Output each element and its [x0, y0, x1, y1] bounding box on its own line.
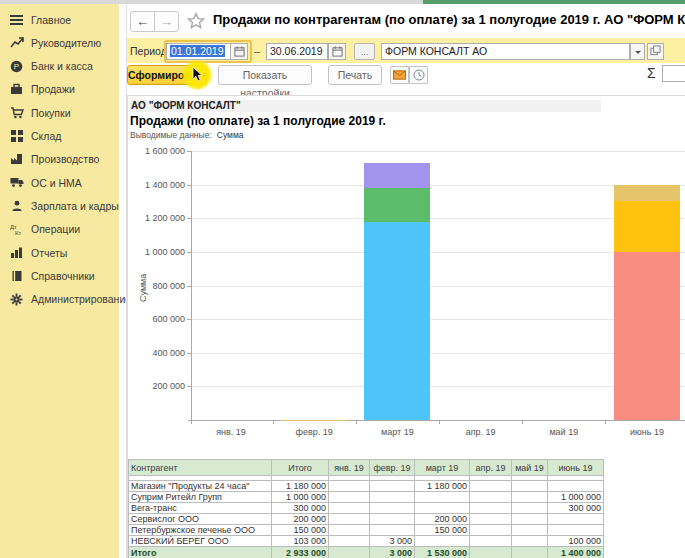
favorite-star-icon[interactable]: [187, 12, 205, 30]
table-cell: 300 000: [272, 503, 329, 514]
sidebar-item-3[interactable]: PБанк и касса: [0, 56, 119, 77]
show-settings-button[interactable]: Показать настройки: [218, 65, 312, 85]
table-cell: [548, 481, 604, 492]
sidebar-item-2[interactable]: Руководителю: [0, 32, 119, 53]
table-cell: [370, 525, 415, 536]
grid-icon: [9, 129, 24, 144]
mail-icon[interactable]: [390, 66, 409, 84]
table-row: Сервислог ООО200 000200 000: [129, 514, 604, 525]
sidebar-item-4[interactable]: Продажи: [0, 79, 119, 100]
x-category-label: февр. 19: [281, 427, 347, 437]
table-cell: 200 000: [415, 514, 470, 525]
back-button[interactable]: ←: [130, 11, 155, 32]
bar-segment: [364, 188, 430, 222]
table-header-cell: май 19: [512, 460, 548, 476]
period-to-input[interactable]: 30.06.2019: [266, 43, 328, 60]
sidebar-item-label: Банк и касса: [31, 60, 93, 72]
table-row: Магазин "Продукты 24 часа"1 180 0001 180…: [129, 481, 604, 492]
barchart-icon: [9, 245, 24, 260]
sidebar-item-11[interactable]: Отчеты: [0, 242, 119, 263]
table-cell: Петербуржское печенье ООО: [129, 525, 272, 536]
sidebar-item-9[interactable]: Зарплата и кадры: [0, 195, 119, 216]
table-cell: [470, 492, 512, 503]
sidebar-item-5[interactable]: Покупки: [0, 102, 119, 123]
table-cell: [415, 492, 470, 503]
open-link-icon[interactable]: [647, 43, 664, 60]
table-header-cell: янв. 19: [329, 460, 370, 476]
chevron-down-icon[interactable]: [630, 43, 645, 60]
forward-button[interactable]: →: [154, 11, 179, 32]
top-strip-accent: [423, 0, 685, 4]
trend-icon: [9, 35, 24, 50]
period-dash: –: [254, 45, 260, 57]
bar-segment: [364, 163, 430, 188]
x-category-label: май 19: [531, 427, 597, 437]
gridline: [191, 151, 685, 152]
table-cell: [512, 525, 548, 536]
table-cell: [329, 536, 370, 547]
sidebar-item-8[interactable]: ОС и НМА: [0, 172, 119, 193]
report-company: АО "ФОРМ КОНСАЛТ": [129, 100, 601, 112]
table-cell: [329, 492, 370, 503]
y-tick-label: 1 600 000: [130, 146, 185, 156]
table-cell: [470, 503, 512, 514]
table-cell: [548, 514, 604, 525]
selected-date-text: 01.01.2019: [170, 45, 225, 57]
print-button[interactable]: Печать: [328, 65, 382, 85]
table-total-cell: 3 000: [370, 547, 415, 558]
sidebar-item-label: Администрирование: [31, 293, 131, 305]
table-cell: [370, 514, 415, 525]
table-cell: НЕВСКИЙ БЕРЕГ ООО: [129, 536, 272, 547]
table-total-cell: 1 530 000: [415, 547, 470, 558]
sidebar-item-label: Отчеты: [31, 247, 67, 259]
dtkt-icon: ДтКт: [9, 222, 24, 237]
cart-icon: [9, 105, 24, 120]
page-title: Продажи по контрагентам (по оплате) за 1…: [213, 12, 685, 27]
table-row: Петербуржское печенье ООО150 000150 000: [129, 525, 604, 536]
table-cell: [470, 481, 512, 492]
gridline: [191, 286, 685, 287]
sidebar-item-6[interactable]: Склад: [0, 126, 119, 147]
table-cell: 3 000: [370, 536, 415, 547]
table-cell: Вега-транс: [129, 503, 272, 514]
period-label: Период:: [130, 45, 170, 57]
autosum-sigma: Σ: [647, 65, 656, 81]
table-cell: [470, 536, 512, 547]
period-more-button[interactable]: ...: [354, 43, 375, 60]
sidebar-item-10[interactable]: ДтКтОперации: [0, 219, 119, 240]
sidebar-item-1[interactable]: Главное: [0, 9, 119, 30]
gridline: [191, 252, 685, 253]
autosum-field[interactable]: [662, 65, 685, 82]
table-header-cell: февр. 19: [370, 460, 415, 476]
calendar-icon[interactable]: [230, 43, 248, 60]
table-cell: [329, 481, 370, 492]
table-cell: [329, 514, 370, 525]
table-cell: 150 000: [415, 525, 470, 536]
table-cell: [470, 525, 512, 536]
briefcase-icon: [9, 82, 24, 97]
y-tick-label: 1 200 000: [130, 213, 185, 223]
table-total-cell: [512, 547, 548, 558]
sidebar-item-7[interactable]: Производство: [0, 149, 119, 170]
period-from-input[interactable]: 01.01.2019: [166, 43, 230, 60]
sales-table: КонтрагентИтогоянв. 19февр. 19март 19апр…: [128, 459, 604, 558]
sidebar-item-12[interactable]: Справочники: [0, 265, 119, 286]
table-header-cell: март 19: [415, 460, 470, 476]
table-cell: Суприм Ритейл Групп: [129, 492, 272, 503]
table-cell: [329, 503, 370, 514]
sidebar-item-label: ОС и НМА: [31, 177, 82, 189]
sidebar-item-13[interactable]: Администрирование: [0, 289, 119, 310]
table-cell: [512, 481, 548, 492]
organization-combobox[interactable]: ФОРМ КОНСАЛТ АО: [381, 43, 630, 60]
sidebar-item-label: Справочники: [31, 270, 95, 282]
calendar-icon[interactable]: [328, 43, 346, 60]
gear-icon: [9, 292, 24, 307]
table-cell: [370, 481, 415, 492]
gridline: [191, 319, 685, 320]
table-row: Суприм Ритейл Групп1 000 0001 000 000: [129, 492, 604, 503]
x-category-label: апр. 19: [448, 427, 514, 437]
table-cell: [415, 503, 470, 514]
sidebar-item-label: Производство: [31, 153, 99, 165]
clock-icon[interactable]: [409, 66, 428, 84]
table-cell: Магазин "Продукты 24 часа": [129, 481, 272, 492]
